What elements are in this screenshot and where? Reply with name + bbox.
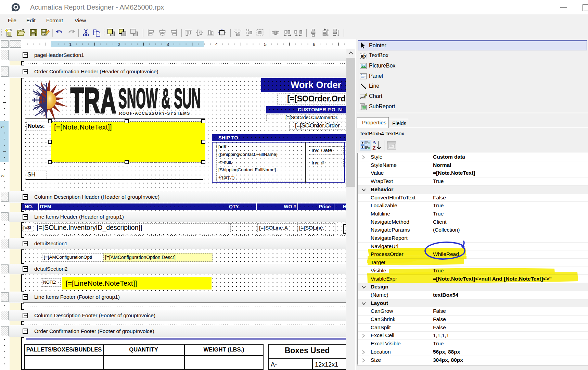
svg-text:5: 5	[264, 42, 267, 47]
svg-text:4: 4	[215, 42, 218, 47]
svg-text:2: 2	[118, 42, 120, 47]
svg-text:6: 6	[313, 42, 316, 47]
svg-text:3: 3	[166, 42, 169, 47]
svg-text:ROOF•ACCESSORY•SYSTEMS: ROOF•ACCESSORY•SYSTEMS	[119, 111, 190, 116]
svg-text:1: 1	[69, 42, 72, 47]
svg-text:SNOW & SUN: SNOW & SUN	[118, 83, 201, 114]
svg-text:TRA: TRA	[71, 81, 117, 120]
